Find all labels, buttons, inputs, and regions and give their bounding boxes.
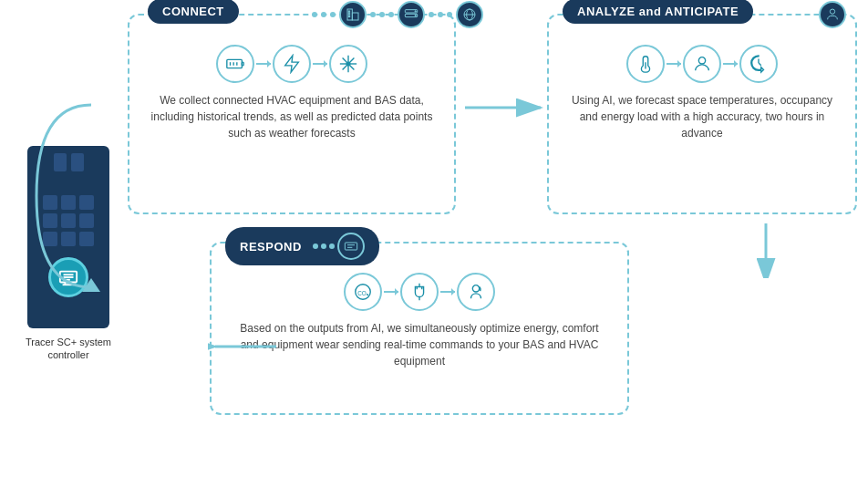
- building-icon: [339, 1, 367, 28]
- analyze-to-respond-arrow: [752, 219, 780, 278]
- svg-marker-25: [285, 56, 299, 72]
- analyze-text: Using AI, we forecast space temperatures…: [549, 83, 855, 141]
- respond-label: RESPOND: [240, 240, 302, 254]
- svg-point-49: [472, 285, 479, 292]
- curved-arrow-left: [27, 68, 100, 324]
- respond-connector-1: [384, 291, 398, 293]
- energy-icon: [739, 45, 778, 83]
- server-icon: [398, 1, 425, 28]
- analyze-header-icons: [819, 1, 846, 28]
- person-icon: [683, 45, 721, 83]
- respond-box: RESPOND CO₂: [210, 242, 629, 415]
- svg-text:CO₂: CO₂: [357, 290, 369, 296]
- analyze-box: ANALYZE and ANTICIPATE: [547, 14, 857, 214]
- respond-header: RESPOND: [225, 227, 379, 265]
- respond-icons-row: CO₂: [212, 273, 627, 311]
- svg-line-37: [759, 63, 761, 66]
- respond-connector-2: [440, 291, 455, 293]
- respond-icon-small: [337, 233, 365, 260]
- svg-rect-20: [227, 59, 243, 67]
- person-icon-small: [819, 1, 846, 28]
- connect-to-analyze-arrow: [460, 94, 547, 121]
- connect-icons-row: [129, 45, 454, 83]
- svg-rect-11: [348, 14, 349, 15]
- analyze-connector-1: [666, 63, 681, 65]
- analyze-header: ANALYZE and ANTICIPATE: [563, 0, 753, 24]
- svg-rect-40: [345, 243, 356, 250]
- svg-point-33: [830, 9, 834, 14]
- sections-wrapper: CONNECT: [128, 14, 857, 470]
- connector-2: [313, 63, 327, 65]
- snowflake-icon: [329, 45, 367, 83]
- connect-header: CONNECT: [148, 0, 239, 24]
- analyze-icons-row: [549, 45, 855, 83]
- svg-rect-10: [348, 11, 349, 12]
- co2-icon: CO₂: [344, 273, 382, 311]
- respond-to-controller-arrow: [208, 333, 281, 360]
- thermometer-icon: [626, 45, 665, 83]
- connect-label: CONNECT: [162, 5, 224, 18]
- battery-icon: [216, 45, 254, 83]
- svg-point-15: [415, 11, 416, 12]
- svg-point-35: [698, 57, 705, 64]
- globe-icon: [456, 1, 483, 28]
- plug-icon: [400, 273, 439, 311]
- connect-text: We collect connected HVAC equipment and …: [129, 83, 454, 141]
- svg-marker-7: [82, 278, 100, 292]
- connect-header-icons: [312, 1, 483, 28]
- connector-1: [256, 63, 271, 65]
- connect-box: CONNECT: [128, 14, 456, 214]
- svg-point-16: [415, 15, 416, 16]
- main-container: Tracer SC+ system controller CONNECT: [0, 0, 868, 487]
- svg-rect-21: [242, 62, 243, 66]
- svg-rect-12: [348, 16, 349, 16]
- analyze-connector-2: [723, 63, 738, 65]
- analyze-label: ANALYZE and ANTICIPATE: [577, 5, 739, 18]
- lightning-icon: [273, 45, 311, 83]
- svg-rect-9: [352, 13, 358, 20]
- controller-label: Tracer SC+ system controller: [18, 336, 119, 362]
- comfort-icon: [457, 273, 495, 311]
